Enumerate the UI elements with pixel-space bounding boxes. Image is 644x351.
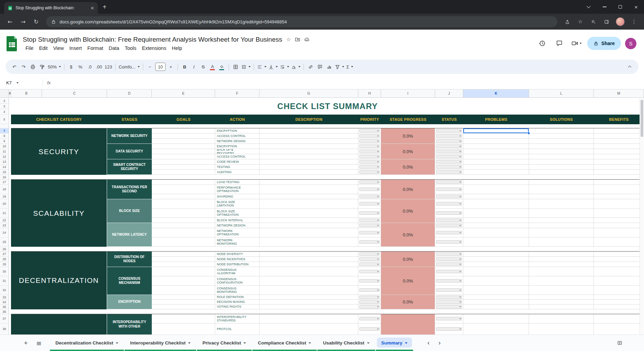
description-cell[interactable] (260, 134, 358, 139)
category-cell-scalability[interactable]: SCALABILITY (11, 180, 107, 247)
dropdown-chip[interactable] (436, 231, 462, 234)
goals-cell[interactable] (152, 218, 215, 223)
problems-cell[interactable] (463, 134, 529, 139)
row-header-25[interactable]: 25 (0, 237, 9, 247)
benefits-cell[interactable] (594, 185, 644, 194)
priority-cell[interactable] (358, 314, 381, 323)
menu-view[interactable]: View (50, 44, 66, 52)
status-cell[interactable] (435, 164, 463, 170)
action-cell[interactable]: NODE DIVERSITY (215, 252, 260, 257)
dropdown-chip[interactable] (359, 224, 380, 227)
address-bar[interactable]: docs.google.com/spreadsheets/d/1GX47Svln… (46, 16, 557, 27)
spreadsheet-grid[interactable]: 2345789101112131415161718192021222324252… (0, 98, 644, 334)
stage-cell[interactable]: DISTRIBUTION OF NODES (107, 252, 152, 267)
benefits-cell[interactable] (594, 128, 644, 134)
goals-cell[interactable] (152, 252, 215, 257)
action-cell[interactable]: PROTCOL (215, 323, 260, 334)
problems-cell[interactable] (463, 276, 529, 286)
sheet-tab-summary[interactable]: Summary (376, 335, 414, 351)
browser-menu-kebab[interactable]: ⋮ (628, 16, 640, 28)
dropdown-chip[interactable] (359, 257, 380, 261)
problems-cell[interactable] (463, 323, 529, 334)
column-header-B[interactable]: B (11, 89, 42, 97)
solutions-cell[interactable] (529, 134, 594, 139)
dropdown-chip[interactable] (359, 134, 380, 138)
priority-cell[interactable] (358, 237, 381, 247)
solutions-cell[interactable] (529, 170, 594, 175)
stage-progress-cell[interactable]: 0.0% (381, 223, 435, 247)
problems-cell[interactable] (463, 180, 529, 185)
description-cell[interactable] (260, 314, 358, 323)
action-cell[interactable]: DECISION MAKING (215, 300, 260, 305)
document-title[interactable]: Stop Struggling with Blockchain: Free Re… (23, 36, 282, 43)
problems-cell[interactable] (463, 300, 529, 305)
paint-format-button[interactable] (38, 62, 47, 72)
description-cell[interactable] (260, 276, 358, 286)
solutions-cell[interactable] (529, 300, 594, 305)
format-percent-button[interactable]: % (76, 62, 85, 72)
dropdown-chip[interactable] (359, 145, 380, 148)
problems-cell[interactable] (463, 199, 529, 209)
priority-cell[interactable] (358, 164, 381, 170)
close-window-button[interactable]: × (628, 0, 644, 14)
benefits-cell[interactable] (594, 199, 644, 209)
sheet-tab-usability-checklist[interactable]: Usability Checklist (317, 335, 375, 351)
scrollbar-thumb[interactable] (641, 100, 643, 137)
row-header-31[interactable]: 31 (0, 276, 9, 286)
solutions-cell[interactable] (529, 128, 594, 134)
stage-progress-cell[interactable]: 0.0% (381, 252, 435, 267)
decrease-font-size-button[interactable]: − (145, 62, 155, 72)
description-cell[interactable] (260, 180, 358, 185)
goals-cell[interactable] (152, 149, 215, 154)
goals-cell[interactable] (152, 323, 215, 334)
row-header-37[interactable]: 37 (0, 314, 9, 323)
dropdown-chip[interactable] (359, 170, 380, 174)
row-header-18[interactable]: 18 (0, 185, 9, 194)
dropdown-chip[interactable] (359, 211, 380, 215)
priority-cell[interactable] (358, 286, 381, 295)
dropdown-chip[interactable] (436, 296, 462, 299)
column-header-F[interactable]: F (215, 89, 260, 97)
priority-cell[interactable] (358, 223, 381, 228)
insert-comment-button[interactable] (315, 62, 325, 72)
dropdown-chip[interactable] (436, 150, 462, 153)
stage-cell[interactable]: NETWORK SECURITY (107, 128, 152, 144)
dropdown-chip[interactable] (359, 252, 380, 256)
benefits-cell[interactable] (594, 252, 644, 257)
status-cell[interactable] (435, 159, 463, 164)
status-cell[interactable] (435, 149, 463, 154)
text-rotate-button[interactable] (290, 62, 302, 72)
menu-help[interactable]: Help (169, 44, 185, 52)
priority-cell[interactable] (358, 300, 381, 305)
row-header-11[interactable]: 11 (0, 149, 9, 154)
action-cell[interactable]: LOAD TESTING (215, 180, 260, 185)
stage-cell[interactable]: SMART CONTRACT SECURITY (107, 159, 152, 175)
problems-cell[interactable] (463, 164, 529, 170)
stage-progress-cell[interactable]: 0.0% (381, 180, 435, 199)
column-header-J[interactable]: J (435, 89, 463, 97)
star-document-button[interactable]: ☆ (286, 36, 291, 43)
priority-cell[interactable] (358, 139, 381, 144)
status-cell[interactable] (435, 144, 463, 149)
action-cell[interactable]: ACCESS CONTROL (215, 134, 260, 139)
benefits-cell[interactable] (594, 295, 644, 300)
problems-cell[interactable] (463, 209, 529, 218)
next-sheets-button[interactable]: › (434, 337, 445, 350)
insert-chart-button[interactable] (325, 62, 334, 72)
priority-cell[interactable] (358, 128, 381, 134)
priority-cell[interactable] (358, 228, 381, 237)
dropdown-chip[interactable] (359, 288, 380, 292)
solutions-cell[interactable] (529, 276, 594, 286)
goals-cell[interactable] (152, 276, 215, 286)
goals-cell[interactable] (152, 185, 215, 194)
solutions-cell[interactable] (529, 144, 594, 149)
side-panel-toggle[interactable] (613, 337, 626, 350)
description-cell[interactable] (260, 218, 358, 223)
solutions-cell[interactable] (529, 209, 594, 218)
benefits-cell[interactable] (594, 262, 644, 267)
status-cell[interactable] (435, 262, 463, 267)
solutions-cell[interactable] (529, 149, 594, 154)
dropdown-chip[interactable] (436, 139, 462, 143)
dropdown-chip[interactable] (359, 160, 380, 163)
stage-progress-cell[interactable]: 0.0% (381, 199, 435, 223)
